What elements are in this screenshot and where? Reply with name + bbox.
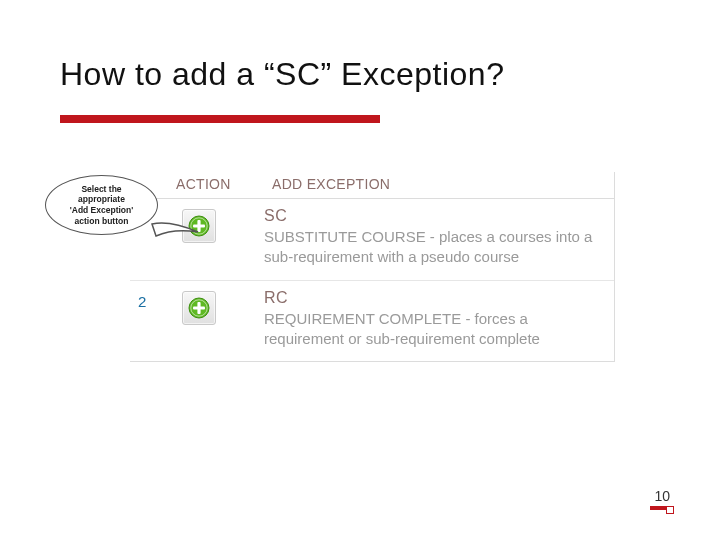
header-action: ACTION (168, 172, 264, 198)
callout-tail (150, 222, 200, 244)
table-row: SC SUBSTITUTE COURSE - places a courses … (130, 199, 614, 281)
callout-text: Select the appropriate 'Add Exception' a… (70, 184, 134, 227)
row-index: 2 (130, 289, 176, 310)
row-description-cell: RC REQUIREMENT COMPLETE - forces a requi… (264, 289, 614, 350)
plus-icon (188, 297, 210, 319)
exception-code: RC (264, 289, 600, 307)
footer-accent-square (666, 506, 674, 514)
page-title: How to add a “SC” Exception? (60, 56, 660, 93)
table-header-row: ACTION ADD EXCEPTION (130, 172, 614, 199)
row-description-cell: SC SUBSTITUTE COURSE - places a courses … (264, 207, 614, 268)
row-action-cell (176, 289, 264, 325)
add-exception-button[interactable] (182, 291, 216, 325)
slide: How to add a “SC” Exception? Select the … (0, 0, 720, 540)
table-row: 2 RC REQUIREMENT COMPLETE - forces a req… (130, 281, 614, 362)
title-underline (60, 115, 380, 123)
svg-rect-7 (193, 306, 205, 309)
callout-bubble: Select the appropriate 'Add Exception' a… (45, 175, 158, 235)
exception-code: SC (264, 207, 600, 225)
exception-table: ACTION ADD EXCEPTION SC SUBSTITUTE COURS… (130, 172, 615, 362)
header-exception: ADD EXCEPTION (264, 172, 614, 198)
page-number: 10 (654, 488, 670, 504)
exception-description: SUBSTITUTE COURSE - places a courses int… (264, 227, 600, 268)
exception-description: REQUIREMENT COMPLETE - forces a requirem… (264, 309, 600, 350)
